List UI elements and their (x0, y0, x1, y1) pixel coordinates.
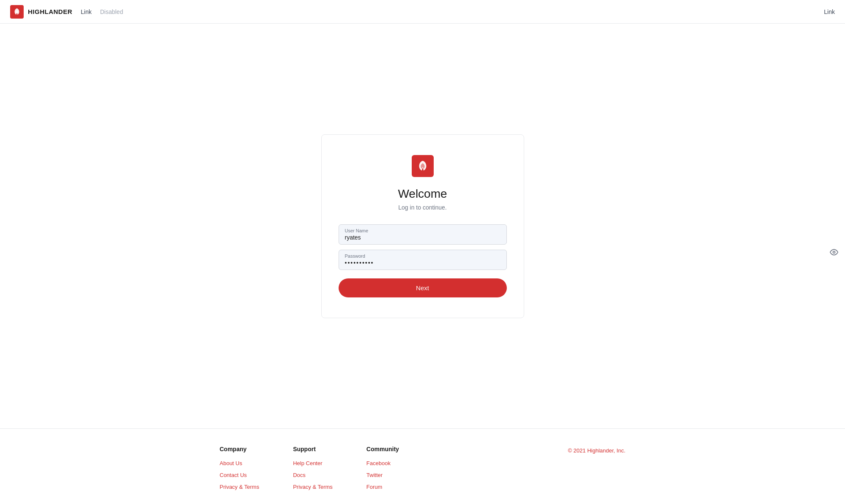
footer-support-links: Help Center Docs Privacy & Terms (293, 459, 333, 490)
footer-contact-link[interactable]: Contact Us (220, 472, 247, 478)
footer-privacy-link-company[interactable]: Privacy & Terms (220, 484, 260, 490)
list-item: About Us (220, 459, 260, 467)
password-label: Password (345, 253, 500, 259)
welcome-subtitle: Log in to continue. (398, 204, 446, 211)
footer-helpcenter-link[interactable]: Help Center (293, 460, 322, 466)
nav-disabled-label: Disabled (100, 8, 123, 15)
login-card: Welcome Log in to continue. User Name Pa… (321, 134, 524, 318)
password-input[interactable] (345, 259, 500, 266)
nav-link-header[interactable]: Link (81, 8, 92, 15)
list-item: Docs (293, 471, 333, 479)
footer-about-link[interactable]: About Us (220, 460, 242, 466)
footer-community-links: Facebook Twitter Forum (366, 459, 399, 490)
username-input[interactable] (345, 234, 500, 241)
footer-facebook-link[interactable]: Facebook (366, 460, 391, 466)
footer-docs-link[interactable]: Docs (293, 472, 306, 478)
list-item: Twitter (366, 471, 399, 479)
footer-community-heading: Community (366, 446, 399, 452)
footer-company-heading: Company (220, 446, 260, 452)
copyright-brand: Highlander, Inc. (587, 447, 625, 454)
welcome-title: Welcome (398, 187, 447, 201)
list-item: Help Center (293, 459, 333, 467)
footer-copyright: © 2021 Highlander, Inc. (568, 447, 625, 454)
toggle-password-button[interactable] (828, 246, 840, 258)
password-field-container: Password (339, 250, 507, 270)
footer-inner: Company About Us Contact Us Privacy & Te… (220, 446, 626, 490)
nav-link-right[interactable]: Link (824, 8, 835, 15)
footer-twitter-link[interactable]: Twitter (366, 472, 383, 478)
card-logo (412, 155, 434, 177)
footer-company-col: Company About Us Contact Us Privacy & Te… (220, 446, 260, 490)
header-right: Link (824, 8, 835, 16)
eye-icon (830, 248, 838, 256)
list-item: Contact Us (220, 471, 260, 479)
footer-company-links: About Us Contact Us Privacy & Terms (220, 459, 260, 490)
username-label: User Name (345, 228, 500, 233)
footer-privacy-link-support[interactable]: Privacy & Terms (293, 484, 333, 490)
footer: Company About Us Contact Us Privacy & Te… (0, 428, 845, 504)
main-content: Welcome Log in to continue. User Name Pa… (0, 24, 845, 428)
list-item: Facebook (366, 459, 399, 467)
footer-community-col: Community Facebook Twitter Forum (366, 446, 399, 490)
header-left: HIGHLANDER Link Disabled (10, 5, 123, 19)
brand-name: HIGHLANDER (28, 8, 72, 15)
footer-forum-link[interactable]: Forum (366, 484, 383, 490)
brand-logo-icon (10, 5, 24, 19)
list-item: Privacy & Terms (220, 483, 260, 490)
footer-columns: Company About Us Contact Us Privacy & Te… (220, 446, 399, 490)
list-item: Privacy & Terms (293, 483, 333, 490)
next-button[interactable]: Next (339, 278, 507, 297)
copyright-text: © 2021 (568, 447, 585, 454)
footer-support-col: Support Help Center Docs Privacy & Terms (293, 446, 333, 490)
password-row (345, 259, 500, 266)
svg-point-0 (833, 251, 835, 253)
username-field-container: User Name (339, 224, 507, 245)
list-item: Forum (366, 483, 399, 490)
brand-logo-link[interactable]: HIGHLANDER (10, 5, 72, 19)
header: HIGHLANDER Link Disabled Link (0, 0, 845, 24)
footer-support-heading: Support (293, 446, 333, 452)
